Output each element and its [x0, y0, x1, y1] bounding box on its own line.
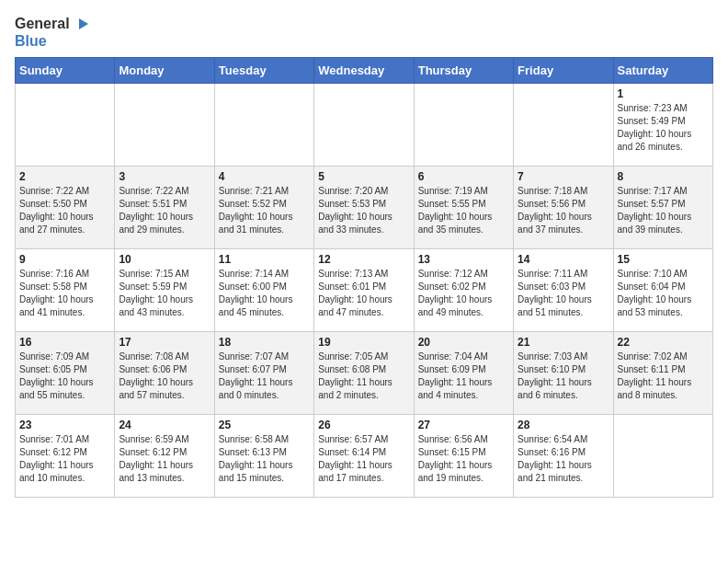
day-info: Sunrise: 7:08 AM Sunset: 6:06 PM Dayligh…	[119, 350, 210, 402]
day-info: Sunrise: 7:07 AM Sunset: 6:07 PM Dayligh…	[219, 350, 310, 402]
calendar-body: 1Sunrise: 7:23 AM Sunset: 5:49 PM Daylig…	[16, 83, 713, 497]
calendar-cell: 19Sunrise: 7:05 AM Sunset: 6:08 PM Dayli…	[314, 331, 414, 414]
calendar-cell: 6Sunrise: 7:19 AM Sunset: 5:55 PM Daylig…	[414, 166, 513, 248]
page-header: General Blue	[15, 15, 713, 50]
calendar-cell: 21Sunrise: 7:03 AM Sunset: 6:10 PM Dayli…	[514, 331, 613, 414]
day-info: Sunrise: 7:15 AM Sunset: 5:59 PM Dayligh…	[119, 268, 210, 319]
calendar-table: SundayMondayTuesdayWednesdayThursdayFrid…	[15, 57, 713, 498]
svg-marker-0	[79, 18, 88, 29]
calendar-week-row: 1Sunrise: 7:23 AM Sunset: 5:49 PM Daylig…	[16, 83, 713, 166]
calendar-cell	[115, 83, 214, 166]
day-number: 27	[418, 419, 509, 431]
day-number: 7	[518, 170, 609, 183]
day-header-tuesday: Tuesday	[214, 57, 313, 83]
day-info: Sunrise: 7:03 AM Sunset: 6:10 PM Dayligh…	[518, 350, 609, 402]
calendar-cell: 22Sunrise: 7:02 AM Sunset: 6:11 PM Dayli…	[613, 331, 712, 414]
day-number: 15	[618, 253, 709, 266]
day-info: Sunrise: 6:59 AM Sunset: 6:12 PM Dayligh…	[119, 433, 210, 485]
day-number: 23	[19, 419, 110, 431]
calendar-cell: 3Sunrise: 7:22 AM Sunset: 5:51 PM Daylig…	[115, 166, 214, 248]
calendar-cell: 7Sunrise: 7:18 AM Sunset: 5:56 PM Daylig…	[514, 166, 613, 248]
day-number: 9	[19, 253, 110, 266]
day-info: Sunrise: 7:18 AM Sunset: 5:56 PM Dayligh…	[518, 185, 609, 236]
day-info: Sunrise: 7:19 AM Sunset: 5:55 PM Dayligh…	[418, 185, 509, 236]
day-info: Sunrise: 7:11 AM Sunset: 6:03 PM Dayligh…	[518, 268, 609, 319]
calendar-cell: 9Sunrise: 7:16 AM Sunset: 5:58 PM Daylig…	[16, 248, 115, 331]
day-header-thursday: Thursday	[414, 57, 513, 83]
calendar-cell: 25Sunrise: 6:58 AM Sunset: 6:13 PM Dayli…	[214, 414, 313, 497]
day-number: 8	[618, 170, 709, 183]
day-info: Sunrise: 7:02 AM Sunset: 6:11 PM Dayligh…	[618, 350, 709, 402]
day-header-monday: Monday	[115, 57, 214, 83]
calendar-week-row: 9Sunrise: 7:16 AM Sunset: 5:58 PM Daylig…	[16, 248, 713, 331]
calendar-cell: 27Sunrise: 6:56 AM Sunset: 6:15 PM Dayli…	[414, 414, 513, 497]
calendar-cell: 2Sunrise: 7:22 AM Sunset: 5:50 PM Daylig…	[16, 166, 115, 248]
logo-blue: Blue	[15, 33, 47, 49]
day-info: Sunrise: 7:10 AM Sunset: 6:04 PM Dayligh…	[618, 268, 709, 319]
day-info: Sunrise: 7:05 AM Sunset: 6:08 PM Dayligh…	[318, 350, 409, 402]
calendar-cell	[514, 83, 613, 166]
day-number: 1	[618, 87, 709, 100]
day-info: Sunrise: 6:54 AM Sunset: 6:16 PM Dayligh…	[518, 433, 609, 485]
day-number: 11	[219, 253, 310, 266]
calendar-cell: 13Sunrise: 7:12 AM Sunset: 6:02 PM Dayli…	[414, 248, 513, 331]
day-info: Sunrise: 7:09 AM Sunset: 6:05 PM Dayligh…	[19, 350, 110, 402]
day-number: 13	[418, 253, 509, 266]
day-number: 20	[418, 336, 509, 349]
calendar-header-row: SundayMondayTuesdayWednesdayThursdayFrid…	[16, 57, 713, 83]
day-info: Sunrise: 7:12 AM Sunset: 6:02 PM Dayligh…	[418, 268, 509, 319]
day-number: 28	[518, 419, 609, 431]
day-number: 25	[219, 419, 310, 431]
day-number: 4	[219, 170, 310, 183]
day-header-wednesday: Wednesday	[314, 57, 414, 83]
day-number: 19	[318, 336, 409, 349]
calendar-cell: 18Sunrise: 7:07 AM Sunset: 6:07 PM Dayli…	[214, 331, 313, 414]
calendar-cell: 15Sunrise: 7:10 AM Sunset: 6:04 PM Dayli…	[613, 248, 712, 331]
logo-general: General	[15, 16, 70, 32]
calendar-cell: 5Sunrise: 7:20 AM Sunset: 5:53 PM Daylig…	[314, 166, 414, 248]
day-number: 26	[318, 419, 409, 431]
day-info: Sunrise: 7:16 AM Sunset: 5:58 PM Dayligh…	[19, 268, 110, 319]
calendar-cell: 23Sunrise: 7:01 AM Sunset: 6:12 PM Dayli…	[16, 414, 115, 497]
day-number: 22	[618, 336, 709, 349]
calendar-cell: 14Sunrise: 7:11 AM Sunset: 6:03 PM Dayli…	[514, 248, 613, 331]
logo-arrow-icon	[72, 15, 90, 33]
logo: General Blue	[15, 15, 90, 50]
day-number: 17	[119, 336, 210, 349]
calendar-cell: 16Sunrise: 7:09 AM Sunset: 6:05 PM Dayli…	[16, 331, 115, 414]
day-info: Sunrise: 7:23 AM Sunset: 5:49 PM Dayligh…	[618, 102, 709, 154]
calendar-cell: 28Sunrise: 6:54 AM Sunset: 6:16 PM Dayli…	[514, 414, 613, 497]
day-number: 18	[219, 336, 310, 349]
day-info: Sunrise: 7:22 AM Sunset: 5:51 PM Dayligh…	[119, 185, 210, 236]
calendar-cell: 4Sunrise: 7:21 AM Sunset: 5:52 PM Daylig…	[214, 166, 313, 248]
calendar-cell: 12Sunrise: 7:13 AM Sunset: 6:01 PM Dayli…	[314, 248, 414, 331]
day-info: Sunrise: 7:20 AM Sunset: 5:53 PM Dayligh…	[318, 185, 409, 236]
calendar-cell	[414, 83, 513, 166]
day-number: 24	[119, 419, 210, 431]
calendar-cell: 24Sunrise: 6:59 AM Sunset: 6:12 PM Dayli…	[115, 414, 214, 497]
day-info: Sunrise: 7:22 AM Sunset: 5:50 PM Dayligh…	[19, 185, 110, 236]
calendar-cell	[314, 83, 414, 166]
calendar-cell: 10Sunrise: 7:15 AM Sunset: 5:59 PM Dayli…	[115, 248, 214, 331]
day-number: 5	[318, 170, 409, 183]
calendar-cell: 26Sunrise: 6:57 AM Sunset: 6:14 PM Dayli…	[314, 414, 414, 497]
logo-text: General Blue	[15, 15, 90, 50]
day-number: 12	[318, 253, 409, 266]
calendar-cell: 11Sunrise: 7:14 AM Sunset: 6:00 PM Dayli…	[214, 248, 313, 331]
calendar-cell: 1Sunrise: 7:23 AM Sunset: 5:49 PM Daylig…	[613, 83, 712, 166]
calendar-cell	[16, 83, 115, 166]
calendar-cell: 17Sunrise: 7:08 AM Sunset: 6:06 PM Dayli…	[115, 331, 214, 414]
day-info: Sunrise: 6:58 AM Sunset: 6:13 PM Dayligh…	[219, 433, 310, 485]
day-info: Sunrise: 7:01 AM Sunset: 6:12 PM Dayligh…	[19, 433, 110, 485]
day-info: Sunrise: 7:04 AM Sunset: 6:09 PM Dayligh…	[418, 350, 509, 402]
day-number: 3	[119, 170, 210, 183]
day-header-sunday: Sunday	[16, 57, 115, 83]
calendar-cell: 8Sunrise: 7:17 AM Sunset: 5:57 PM Daylig…	[613, 166, 712, 248]
day-header-friday: Friday	[514, 57, 613, 83]
day-info: Sunrise: 7:21 AM Sunset: 5:52 PM Dayligh…	[219, 185, 310, 236]
day-number: 2	[19, 170, 110, 183]
day-header-saturday: Saturday	[613, 57, 712, 83]
day-info: Sunrise: 7:17 AM Sunset: 5:57 PM Dayligh…	[618, 185, 709, 236]
calendar-cell	[613, 414, 712, 497]
calendar-week-row: 23Sunrise: 7:01 AM Sunset: 6:12 PM Dayli…	[16, 414, 713, 497]
